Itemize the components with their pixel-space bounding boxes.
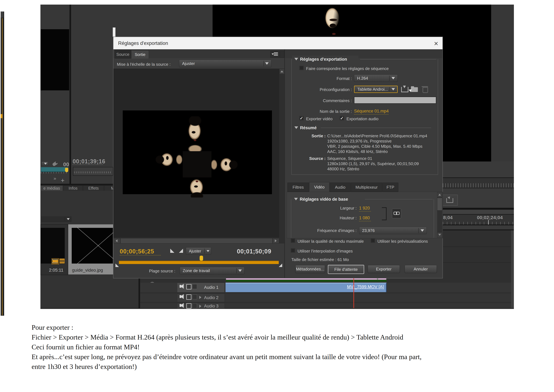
scale-label: Mise à l'échelle de la source :	[117, 62, 171, 67]
tab-multiplexeur[interactable]: Multiplexeur	[351, 183, 382, 192]
delete-preset-lid	[422, 86, 428, 87]
track-line-1	[443, 246, 514, 247]
export-audio-checkbox[interactable]: ✓	[340, 116, 344, 120]
tab-video[interactable]: Vidéo	[309, 182, 329, 192]
previews-checkbox[interactable]	[371, 238, 375, 243]
hscroll-right-tri	[275, 239, 277, 242]
height-label: Hauteur :	[322, 216, 357, 220]
metadata-button[interactable]: Métadonnées...	[295, 265, 325, 273]
film-icon-holes	[52, 259, 58, 260]
timeline-right-scrollbar[interactable]	[511, 230, 514, 308]
toggle-box-a3[interactable]	[192, 303, 197, 308]
scale-dropdown[interactable]: Ajuster	[179, 60, 271, 67]
teal-bar-marker[interactable]	[65, 168, 68, 172]
bin-tab-effets[interactable]: Effets	[83, 185, 104, 191]
tab-audio[interactable]: Audio	[330, 183, 351, 192]
timeline-ruler-bigtick	[488, 220, 489, 225]
bin-tab-infos[interactable]: Infos	[63, 185, 83, 191]
export-audio-label: Exportation audio	[346, 116, 378, 121]
preset-dropdown[interactable]: Tablette Androi...	[354, 86, 398, 93]
format-dropdown[interactable]: H.264	[354, 75, 398, 82]
preview-face-right	[211, 154, 238, 175]
panel-menu-icon	[274, 52, 278, 56]
queue-button[interactable]: File d'attente	[328, 265, 364, 274]
teal-workarea-bar[interactable]	[41, 167, 68, 172]
monitor-right-gap	[491, 5, 514, 161]
preview-vscroll[interactable]	[279, 69, 284, 244]
preview-face-bottom	[185, 175, 209, 197]
toggle-box-a2[interactable]	[192, 294, 197, 299]
film-icon-holes2	[52, 262, 58, 263]
video-settings-header: Réglages vidéo de base	[300, 197, 348, 202]
delete-preset-icon[interactable]	[422, 87, 428, 93]
preview-hscroll-thumb[interactable]	[120, 238, 273, 244]
zoomin-tri-icon[interactable]	[170, 249, 174, 253]
tab-filtres[interactable]: Filtres	[287, 183, 309, 192]
height-value[interactable]: 1 080	[359, 216, 370, 220]
monitor-ruler-ticks	[443, 183, 514, 187]
summary-output-line1: C:\User...ts\Adobe\Premiere Pro\6.0\Séqu…	[327, 133, 427, 138]
scrubber-end-tri[interactable]	[279, 264, 282, 267]
width-underline	[359, 211, 371, 211]
trackicon-box-a3[interactable]	[186, 303, 191, 308]
output-name-underline	[354, 114, 388, 115]
toggle-box-a1[interactable]	[192, 284, 197, 289]
scrubber-start-tri[interactable]	[115, 264, 119, 267]
caption-block: Pour exporter : Fichier > Exporter > Méd…	[32, 323, 422, 372]
previews-label: Utiliser les prévisualisations	[377, 239, 428, 244]
trackicon-box-a2[interactable]	[186, 294, 191, 300]
output-name-link[interactable]: Séquence 01.mp4	[354, 109, 389, 114]
caption-line1: Pour exporter :	[32, 323, 422, 332]
timeline-playhead-line[interactable]	[353, 278, 354, 308]
link-bracket-bot	[382, 220, 387, 220]
scrubber-playhead[interactable]	[200, 256, 203, 261]
vpanel-scroll-thumb[interactable]	[437, 198, 442, 210]
vpanel-up-tri	[438, 194, 441, 196]
max-quality-label: Utiliser la qualité de rendu maximale	[298, 239, 364, 244]
collapse-chevrons[interactable]: »	[54, 176, 56, 181]
monitor-controls-band	[443, 161, 514, 177]
workarea-bar-pink[interactable]	[226, 278, 386, 280]
export-settings-collapse-tri[interactable]	[294, 58, 298, 60]
timeline-header-band	[443, 210, 514, 215]
ruler-timecode-right: 00;02;24;04	[477, 215, 503, 220]
bin-tab-medias[interactable]: e médias	[41, 185, 63, 191]
max-quality-checkbox[interactable]	[291, 238, 295, 243]
export-video-checkbox[interactable]: ✓	[299, 116, 304, 120]
video-settings-headerline	[365, 199, 433, 199]
video-settings-collapse-tri[interactable]	[294, 198, 298, 200]
source-range-dropdown[interactable]: Zone de travail	[180, 267, 244, 274]
dialog-close-button[interactable]: ×	[434, 39, 438, 48]
timeline-band3	[443, 225, 514, 230]
import-preset-tab	[411, 86, 414, 88]
estimated-size: Taille de fichier estimée : 61 Mo	[291, 257, 349, 262]
preview-center-square	[183, 151, 211, 177]
height-underline	[359, 221, 371, 221]
add-button[interactable]: +	[61, 177, 64, 184]
summary-collapse-tri[interactable]	[294, 126, 298, 129]
dialog-tab-source[interactable]: Source	[115, 50, 131, 58]
timeline-clip-label: MVI_7599.MOV [A]	[336, 284, 384, 289]
cancel-button[interactable]: Annuler	[405, 265, 437, 273]
bin-search-field[interactable]	[41, 216, 71, 222]
expand-tri-a3[interactable]	[199, 305, 201, 308]
export-button[interactable]: Exporter	[368, 265, 400, 273]
bin-dropdown-small[interactable]	[41, 162, 48, 166]
expand-tri-a2[interactable]	[199, 296, 201, 299]
background-sliver	[113, 28, 115, 37]
framerate-dropdown[interactable]: 23,976	[359, 227, 427, 234]
scrubber-bar[interactable]	[119, 261, 279, 264]
current-timecode[interactable]: 00;00;56;25	[120, 248, 154, 255]
width-value[interactable]: 1 920	[359, 206, 370, 211]
interpolation-checkbox[interactable]	[291, 248, 295, 252]
framerate-label: Fréquence d'images :	[309, 228, 357, 233]
vscroll-up-tri	[280, 70, 283, 72]
comments-field[interactable]	[354, 97, 436, 104]
fit-dropdown[interactable]: Ajuster	[186, 247, 211, 255]
dialog-tab-sortie[interactable]: Sortie	[131, 50, 149, 59]
dialog-pane-divider	[284, 49, 285, 278]
trackicon-box-a1[interactable]	[186, 284, 191, 289]
zoomout-tri-icon[interactable]	[179, 249, 183, 253]
match-sequence-checkbox[interactable]	[299, 66, 304, 70]
tab-ftp[interactable]: FTP	[382, 183, 398, 192]
